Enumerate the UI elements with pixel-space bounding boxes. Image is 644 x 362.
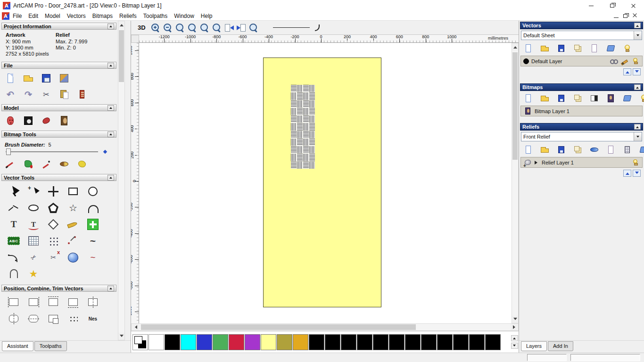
invert-relief-icon[interactable] <box>23 115 34 126</box>
assistant-scrollbar[interactable] <box>118 21 125 340</box>
save-vectors-icon[interactable] <box>556 43 566 53</box>
palette-swatch-9[interactable] <box>293 334 308 350</box>
zoom-window-icon[interactable] <box>174 22 186 33</box>
mesh-vectors-icon[interactable] <box>26 234 41 248</box>
menu-file[interactable]: File <box>9 12 25 20</box>
primary-secondary-colours-swatch[interactable] <box>132 334 148 350</box>
palette-swatch-1[interactable] <box>165 334 180 350</box>
delete-relief-icon[interactable] <box>639 145 644 155</box>
palette-swatch-5[interactable] <box>229 334 244 350</box>
move-layer-up-button[interactable] <box>623 68 631 75</box>
cut-vectors-icon[interactable] <box>46 250 60 264</box>
scroll-thumb[interactable] <box>512 52 518 160</box>
menu-bitmaps[interactable]: Bitmaps <box>89 12 116 20</box>
bitmap-preview-icon[interactable] <box>606 93 616 103</box>
zoom-previous-icon[interactable] <box>248 22 259 33</box>
align-top-icon[interactable] <box>46 295 60 309</box>
save-relief-icon[interactable] <box>556 145 566 155</box>
offset-vectors-icon[interactable] <box>46 217 60 231</box>
collapse-icon[interactable] <box>634 124 641 130</box>
brush-diameter-slider[interactable] <box>0 148 118 156</box>
collapse-icon[interactable] <box>107 132 114 137</box>
menu-vectors[interactable]: Vectors <box>64 12 89 20</box>
tab-toolpaths[interactable]: Toolpaths <box>34 341 67 351</box>
merge-reliefs-icon[interactable] <box>573 145 583 155</box>
scroll-track[interactable] <box>118 28 124 333</box>
relief-visibility-icon[interactable] <box>631 158 640 167</box>
delete-layer-icon[interactable] <box>606 43 616 53</box>
zoom-in-icon[interactable] <box>150 22 161 33</box>
palette-swatch-7[interactable] <box>261 334 276 350</box>
palette-swatch-6[interactable] <box>245 334 260 350</box>
menu-toolpaths[interactable]: Toolpaths <box>140 12 171 20</box>
align-centre-icon[interactable] <box>86 295 100 309</box>
collapse-icon[interactable] <box>634 23 641 28</box>
tab-layers[interactable]: Layers <box>521 341 547 351</box>
collapse-icon[interactable] <box>107 63 114 68</box>
toggle-bitmap-prev-icon[interactable] <box>223 22 235 33</box>
zoom-object-icon[interactable] <box>187 22 198 33</box>
palette-swatch-0[interactable] <box>149 334 164 350</box>
move-layer-up-button[interactable] <box>623 170 631 177</box>
arch-icon[interactable] <box>7 267 21 281</box>
delete-bitmap-icon[interactable] <box>622 93 632 103</box>
paint-selective-icon[interactable] <box>41 158 52 170</box>
align-bottom-icon[interactable] <box>66 295 80 309</box>
collapse-icon[interactable] <box>107 286 114 291</box>
sculpt-icon[interactable] <box>41 115 52 126</box>
create-polyline-icon[interactable] <box>7 201 21 215</box>
new-model-icon[interactable] <box>5 73 16 84</box>
greyscale-icon[interactable] <box>589 93 599 103</box>
import-3d-model-icon[interactable] <box>58 73 70 84</box>
texture-relief-icon[interactable] <box>58 115 70 126</box>
flood-fill-local-icon[interactable] <box>76 158 88 170</box>
open-bitmap-icon[interactable] <box>540 93 550 103</box>
menu-help[interactable]: Help <box>198 12 216 20</box>
slider-track[interactable] <box>6 151 98 152</box>
save-bitmap-icon[interactable] <box>556 93 566 103</box>
open-relief-icon[interactable] <box>540 145 550 155</box>
fit-curve-icon[interactable] <box>86 234 100 248</box>
3d-view-button[interactable]: 3D <box>135 23 149 32</box>
collapse-icon[interactable] <box>634 84 641 90</box>
collapse-icon[interactable] <box>107 105 114 111</box>
create-polygon-icon[interactable] <box>46 201 60 215</box>
minimize-button[interactable] <box>580 0 602 11</box>
relief-layer-row[interactable]: Relief Layer 1 <box>520 157 643 168</box>
scroll-up-icon[interactable] <box>118 21 124 28</box>
create-ellipse-icon[interactable] <box>26 201 41 215</box>
menu-reliefs[interactable]: Reliefs <box>116 12 140 20</box>
colour-blend-icon[interactable] <box>58 158 70 170</box>
new-sheet-icon[interactable] <box>589 43 599 53</box>
reliefs-section-header[interactable]: Reliefs <box>520 123 643 131</box>
menu-window[interactable]: Window <box>171 12 198 20</box>
create-arc-icon[interactable] <box>86 201 100 215</box>
open-vectors-icon[interactable] <box>540 43 550 53</box>
merge-bitmaps-icon[interactable] <box>573 93 583 103</box>
collapse-icon[interactable] <box>107 24 114 29</box>
scroll-thumb[interactable] <box>119 30 124 82</box>
snip-vectors-icon[interactable] <box>26 250 41 264</box>
palette-swatch-18[interactable] <box>437 334 453 350</box>
maximize-button[interactable] <box>602 0 623 11</box>
smooth-relief-icon[interactable] <box>589 145 599 155</box>
tab-assistant[interactable]: Assistant <box>2 341 33 351</box>
create-text-icon[interactable] <box>7 217 21 231</box>
scroll-down-icon[interactable] <box>118 333 124 340</box>
block-copy-icon[interactable] <box>86 217 100 231</box>
palette-swatch-4[interactable] <box>213 334 228 350</box>
toggle-visibility-icon[interactable] <box>622 43 632 53</box>
select-vectors-icon[interactable] <box>7 184 21 198</box>
palette-swatch-19[interactable] <box>453 334 469 350</box>
node-editing-icon[interactable] <box>26 184 41 198</box>
save-model-icon[interactable] <box>41 73 52 84</box>
new-vector-layer-icon[interactable] <box>523 43 533 53</box>
palette-swatch-21[interactable] <box>485 334 501 350</box>
undo-icon[interactable] <box>5 89 16 100</box>
snap-layer-icon[interactable] <box>609 57 618 66</box>
paste-icon[interactable] <box>58 89 70 100</box>
create-rectangle-icon[interactable] <box>66 184 80 198</box>
dot-grid-icon[interactable] <box>46 234 60 248</box>
redo-icon[interactable] <box>23 89 34 100</box>
tab-add-in[interactable]: Add In <box>548 341 573 351</box>
